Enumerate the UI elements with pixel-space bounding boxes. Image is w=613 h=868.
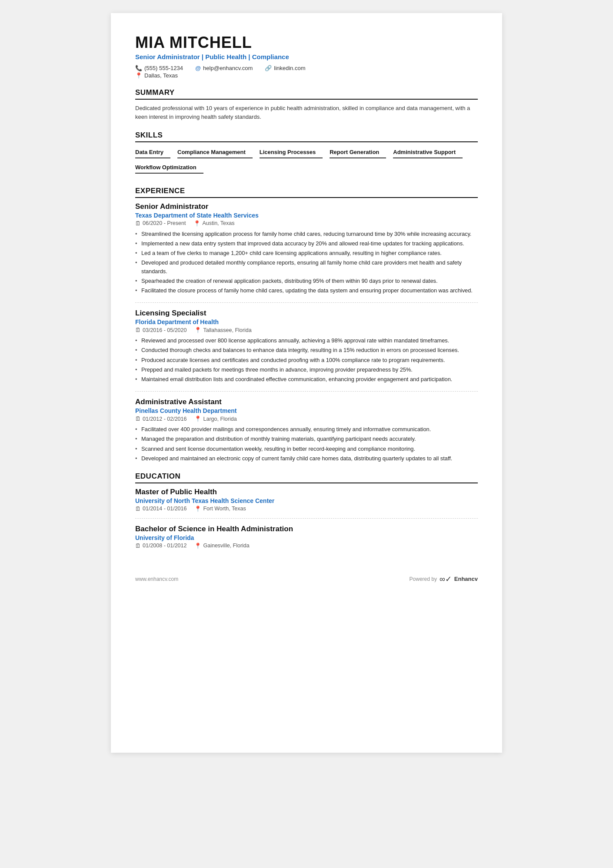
location-value: Dallas, Texas	[144, 72, 178, 79]
job-dates: 🗓 03/2016 - 05/2020	[135, 327, 187, 333]
skills-grid: Data EntryCompliance ManagementLicensing…	[135, 147, 478, 177]
location-pin-icon: 📍	[193, 220, 200, 227]
education-title: EDUCATION	[135, 472, 478, 483]
contact-row: 📞 (555) 555-1234 @ help@enhancv.com 🔗 li…	[135, 65, 478, 71]
edu-meta: 🗓 01/2014 - 01/2016 📍 Fort Worth, Texas	[135, 506, 478, 512]
phone-contact: 📞 (555) 555-1234	[135, 65, 183, 71]
edu-degree: Master of Public Health	[135, 488, 478, 496]
header: MIA MITCHELL Senior Administrator | Publ…	[135, 34, 478, 79]
candidate-title: Senior Administrator | Public Health | C…	[135, 53, 478, 60]
job-title: Licensing Specialist	[135, 309, 478, 318]
location-pin-icon: 📍	[194, 506, 201, 512]
job-bullets: Streamlined the licensing application pr…	[135, 230, 478, 295]
location-pin-icon: 📍	[194, 327, 201, 333]
skills-title: SKILLS	[135, 131, 478, 142]
experience-job: Licensing Specialist Florida Department …	[135, 309, 478, 383]
bullet-item: Produced accurate licenses and certifica…	[135, 356, 478, 364]
resume-page: MIA MITCHELL Senior Administrator | Publ…	[111, 13, 502, 753]
job-title: Administrative Assistant	[135, 398, 478, 406]
bullet-item: Conducted thorough checks and balances t…	[135, 346, 478, 354]
job-meta: 🗓 03/2016 - 05/2020 📍 Tallahassee, Flori…	[135, 327, 478, 333]
bullet-item: Prepped and mailed packets for meetings …	[135, 365, 478, 374]
email-icon: @	[195, 65, 201, 71]
education-section: EDUCATION Master of Public Health Univer…	[135, 472, 478, 549]
enhancv-logo: Powered by ∞✓ Enhancv	[410, 574, 478, 584]
calendar-icon: 🗓	[135, 416, 141, 422]
bullet-item: Developed and maintained an electronic c…	[135, 454, 478, 462]
edu-meta: 🗓 01/2008 - 01/2012 📍 Gainesville, Flori…	[135, 543, 478, 549]
experience-section: EXPERIENCE Senior Administrator Texas De…	[135, 187, 478, 462]
phone-value: (555) 555-1234	[144, 65, 183, 71]
experience-list: Senior Administrator Texas Department of…	[135, 202, 478, 462]
bullet-item: Managed the preparation and distribution…	[135, 435, 478, 443]
brand-name: Enhancv	[454, 576, 478, 582]
skill-item: Report Generation	[330, 147, 386, 158]
summary-text: Dedicated professional with 10 years of …	[135, 104, 478, 121]
edu-school: University of North Texas Health Science…	[135, 497, 478, 504]
enhancv-icon: ∞✓	[440, 574, 452, 584]
linkedin-icon: 🔗	[265, 65, 272, 71]
edu-dates: 🗓 01/2008 - 01/2012	[135, 543, 187, 549]
experience-job: Administrative Assistant Pinellas County…	[135, 398, 478, 462]
summary-title: SUMMARY	[135, 88, 478, 100]
skill-item: Data Entry	[135, 147, 170, 158]
experience-title: EXPERIENCE	[135, 187, 478, 198]
edu-dates: 🗓 01/2014 - 01/2016	[135, 506, 187, 512]
job-company: Texas Department of State Health Service…	[135, 212, 478, 219]
calendar-icon: 🗓	[135, 506, 141, 512]
bullet-item: Facilitated the closure process of famil…	[135, 286, 478, 295]
bullet-item: Scanned and sent license documentation w…	[135, 445, 478, 453]
job-meta: 🗓 06/2020 - Present 📍 Austin, Texas	[135, 220, 478, 227]
job-dates: 🗓 01/2012 - 02/2016	[135, 416, 187, 422]
bullet-item: Implemented a new data entry system that…	[135, 239, 478, 248]
education-list: Master of Public Health University of No…	[135, 488, 478, 549]
job-company: Florida Department of Health	[135, 318, 478, 325]
calendar-icon: 🗓	[135, 543, 141, 549]
experience-job: Senior Administrator Texas Department of…	[135, 202, 478, 295]
job-bullets: Reviewed and processed over 800 license …	[135, 336, 478, 383]
job-location: 📍 Austin, Texas	[193, 220, 234, 227]
location-pin-icon: 📍	[194, 416, 201, 422]
bullet-item: Facilitated over 400 provider mailings a…	[135, 425, 478, 433]
edu-school: University of Florida	[135, 534, 478, 541]
location-contact: 📍 Dallas, Texas	[135, 72, 178, 79]
job-meta: 🗓 01/2012 - 02/2016 📍 Largo, Florida	[135, 416, 478, 422]
candidate-name: MIA MITCHELL	[135, 34, 478, 51]
job-bullets: Facilitated over 400 provider mailings a…	[135, 425, 478, 462]
powered-by-label: Powered by	[410, 576, 437, 582]
email-value: help@enhancv.com	[203, 65, 253, 71]
education-item: Bachelor of Science in Health Administra…	[135, 525, 478, 549]
linkedin-contact: 🔗 linkedin.com	[265, 65, 305, 71]
bullet-item: Spearheaded the creation of renewal appl…	[135, 277, 478, 285]
job-divider	[135, 302, 478, 303]
calendar-icon: 🗓	[135, 220, 141, 227]
location-icon: 📍	[135, 72, 142, 79]
job-dates: 🗓 06/2020 - Present	[135, 220, 186, 227]
location-row: 📍 Dallas, Texas	[135, 72, 478, 79]
skill-item: Workflow Optimization	[135, 162, 203, 174]
skill-item: Licensing Processes	[260, 147, 323, 158]
edu-divider	[135, 518, 478, 519]
linkedin-value: linkedin.com	[274, 65, 305, 71]
footer: www.enhancv.com Powered by ∞✓ Enhancv	[135, 570, 478, 584]
footer-website: www.enhancv.com	[135, 576, 178, 582]
job-location: 📍 Tallahassee, Florida	[194, 327, 251, 333]
bullet-item: Led a team of five clerks to manage 1,20…	[135, 249, 478, 257]
edu-degree: Bachelor of Science in Health Administra…	[135, 525, 478, 533]
phone-icon: 📞	[135, 65, 142, 71]
bullet-item: Streamlined the licensing application pr…	[135, 230, 478, 238]
education-item: Master of Public Health University of No…	[135, 488, 478, 512]
edu-location: 📍 Gainesville, Florida	[194, 543, 249, 549]
skill-item: Administrative Support	[393, 147, 463, 158]
job-title: Senior Administrator	[135, 202, 478, 211]
calendar-icon: 🗓	[135, 327, 141, 333]
email-contact: @ help@enhancv.com	[195, 65, 253, 71]
bullet-item: Developed and produced detailed monthly …	[135, 258, 478, 275]
location-pin-icon: 📍	[194, 543, 201, 549]
skill-item: Compliance Management	[177, 147, 253, 158]
job-divider	[135, 391, 478, 392]
skills-section: SKILLS Data EntryCompliance ManagementLi…	[135, 131, 478, 177]
edu-location: 📍 Fort Worth, Texas	[194, 506, 246, 512]
bullet-item: Maintained email distribution lists and …	[135, 375, 478, 383]
job-company: Pinellas County Health Department	[135, 407, 478, 414]
